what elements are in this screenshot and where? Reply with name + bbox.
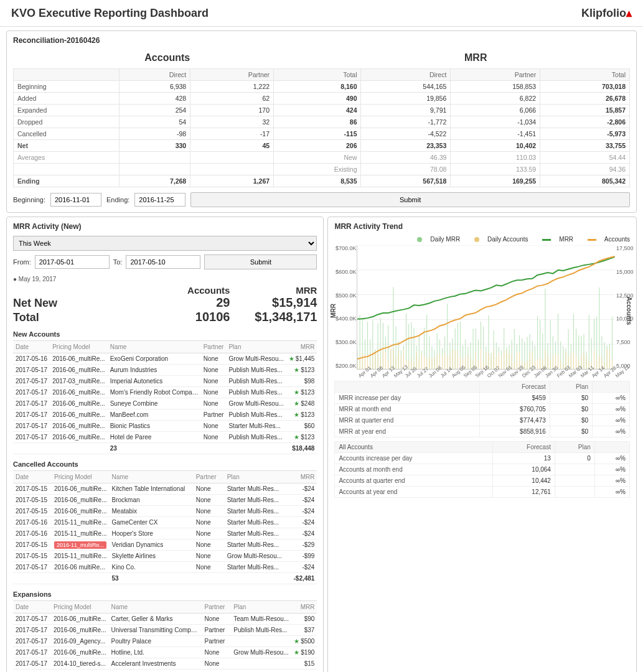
table-row[interactable]: 2017-05-172016-06_multiRe...ManBeef.comP… (13, 409, 317, 421)
table-row[interactable]: 2017-05-172016-06_multiRe...Mom's Friend… (13, 387, 317, 398)
netnew-label: Net New (13, 297, 155, 310)
end-label: Ending: (106, 196, 129, 203)
begin-input[interactable] (50, 193, 101, 207)
brand-logo: Klipfolio▴ (581, 6, 632, 20)
table-row[interactable]: 2017-05-152016-11_multiRe...Veridian Dyn… (13, 539, 317, 551)
app-header: KVO Executive Reporting Dashboard Klipfo… (0, 0, 643, 27)
total-accounts: 10106 (155, 310, 230, 324)
table-row[interactable]: 2017-05-172016-06_multiRe...Suneye Combi… (13, 398, 317, 409)
forecast-mrr-table: ForecastPlanMRR increase per day$459$0∞%… (334, 381, 630, 437)
from-label: From: (13, 258, 31, 266)
summary-mrr-head: MRR (230, 285, 317, 296)
expansions-table: DatePricing ModelNamePartnerPlanMRR2017-… (13, 600, 317, 672)
trend-title: MRR Activity Trend (334, 222, 630, 231)
table-row[interactable]: 2017-05-172016-09_Agency...Poultry Palac… (13, 636, 317, 647)
trend-chart: MRR Accounts $700.0K$600.0K$500.0K$400.0… (357, 245, 615, 370)
table-row[interactable]: 2017-05-172016-06_multiRe...Bionic Plast… (13, 421, 317, 432)
table-row[interactable]: 2017-05-162016-06_multiRe...ExoGeni Corp… (13, 353, 317, 365)
accounts-heading: Accounts (13, 50, 322, 68)
table-row[interactable]: 2017-05-172016-06_multiRe...Universal Tr… (13, 625, 317, 636)
total-mrr: $1,348,171 (230, 310, 317, 324)
mrr-heading: MRR (322, 50, 631, 68)
reconciliation-panel: Reconciliation-20160426 Accounts MRR Dir… (6, 30, 637, 213)
summary-accounts-head: Accounts (155, 285, 230, 296)
reconciliation-title: Reconciliation-20160426 (13, 36, 630, 45)
table-row[interactable]: 2017-05-152016-06_multiRe...BrockmanNone… (13, 495, 317, 506)
range-select[interactable]: This Week (13, 236, 317, 251)
reconciliation-submit-button[interactable]: Submit (190, 192, 630, 207)
begin-label: Beginning: (13, 196, 45, 203)
netnew-mrr: $15,914 (230, 296, 317, 310)
to-input[interactable] (126, 255, 200, 269)
table-row[interactable]: 2017-05-172016-06_multiRe...Hotel de Par… (13, 432, 317, 443)
from-input[interactable] (35, 255, 110, 269)
mrr-activity-panel: MRR Activity (New) This Week From: To: S… (6, 217, 324, 672)
table-row[interactable]: 2017-05-162015-11_multiRe...GameCenter C… (13, 517, 317, 528)
table-row[interactable]: 2017-05-172017-03_multiRe...Imperial Aut… (13, 376, 317, 387)
end-input[interactable] (134, 193, 185, 207)
page-title: KVO Executive Reporting Dashboard (11, 7, 209, 20)
table-row[interactable]: 2017-05-152016-06_multiRe...MeatabixNone… (13, 506, 317, 517)
reconciliation-controls: Beginning: Ending: Submit (13, 192, 630, 207)
activity-date: ● May 19, 2017 (13, 276, 317, 282)
chart-svg (357, 245, 615, 369)
table-row[interactable]: 2017-05-162015-11_multiRe...Hooper's Sto… (13, 528, 317, 539)
table-row[interactable]: 2017-05-172014-10_tiered-s...Accelerant … (13, 658, 317, 670)
cancelled-accounts-table: DatePricing ModelNamePartnerPlanMRR2017-… (13, 470, 317, 584)
reconciliation-table: DirectPartnerTotalDirectPartnerTotalBegi… (13, 68, 630, 187)
total-label: Total (13, 311, 155, 324)
expansions-label: Expansions (13, 590, 317, 598)
table-row[interactable]: 2017-05-172014-10_tiered-s...Dream ParkN… (13, 670, 317, 673)
forecast-accounts-table: All AccountsForecastPlanAccounts increas… (334, 441, 630, 498)
table-row[interactable]: 2017-05-172016-06_multiRe...Hotline, Ltd… (13, 647, 317, 658)
to-label: To: (113, 258, 123, 266)
new-accounts-label: New Accounts (13, 330, 317, 338)
table-row[interactable]: 2017-05-172016-06 multiRe...Kino Co.None… (13, 562, 317, 573)
cancelled-accounts-label: Cancelled Accounts (13, 460, 317, 468)
trend-panel: MRR Activity Trend Daily MRR Daily Accou… (327, 217, 637, 672)
activity-submit-button[interactable]: Submit (204, 254, 317, 269)
table-row[interactable]: 2017-05-172016-06_multiRe...Aurum Indust… (13, 365, 317, 376)
table-row[interactable]: 2017-05-152015-11_multiRe...Skylette Air… (13, 551, 317, 562)
table-row[interactable]: 2017-05-152016-06_multiRe...Kitchen Tabl… (13, 483, 317, 495)
chart-legend: Daily MRR Daily Accounts MRR Accounts (334, 236, 630, 243)
mrr-activity-title: MRR Activity (New) (13, 222, 317, 231)
table-row[interactable]: 2017-05-172016-06_multiRe...Carter, Gell… (13, 614, 317, 625)
netnew-accounts: 29 (155, 296, 230, 310)
new-accounts-table: DatePricing ModelNamePartnerPlanMRR2017-… (13, 340, 317, 454)
